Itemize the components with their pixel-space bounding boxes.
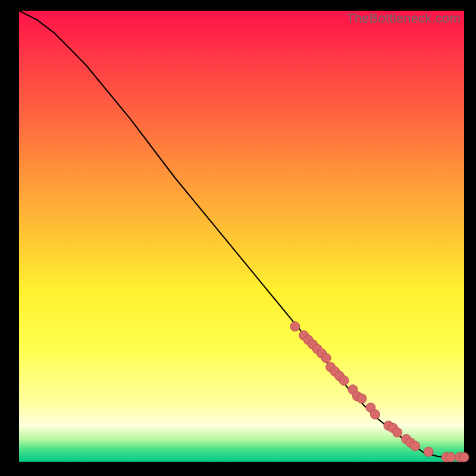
highlight-point — [290, 322, 300, 331]
chart-plot-area: TheBottleneck.com — [19, 11, 464, 462]
highlight-point — [459, 452, 469, 462]
chart-overlay — [19, 11, 464, 462]
highlight-point — [370, 409, 380, 419]
highlighted-points-group — [290, 322, 469, 462]
highlight-point — [393, 428, 402, 437]
bottleneck-curve — [19, 11, 464, 457]
highlight-point — [446, 452, 456, 462]
highlight-point — [339, 376, 349, 386]
highlight-point — [411, 441, 420, 450]
highlight-point — [357, 394, 367, 403]
highlight-point — [424, 447, 433, 456]
highlight-point — [321, 353, 331, 363]
chart-stage: TheBottleneck.com — [0, 0, 476, 476]
